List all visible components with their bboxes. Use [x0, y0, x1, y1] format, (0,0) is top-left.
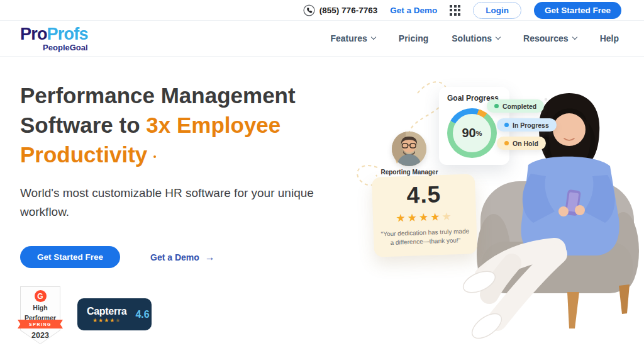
- hero-cta-row: Get Started Free Get a Demo →: [20, 246, 353, 268]
- nav-item-solutions[interactable]: Solutions: [452, 33, 500, 43]
- proprofs-logo[interactable]: ProProfs PeopleGoal: [20, 26, 88, 52]
- g2-high-performer-badge: G High Performer SPRING 2023: [20, 286, 60, 344]
- hero-subtitle: World's most customizable HR software fo…: [20, 184, 335, 222]
- goal-percent: 90: [462, 126, 475, 140]
- chair-leg-front: [567, 292, 579, 328]
- capterra-stars: ★★★★★: [92, 317, 121, 323]
- nav-menu: Features Pricing Solutions Resources Hel…: [330, 33, 619, 43]
- reporting-manager-label: Reporting Manager: [365, 169, 454, 176]
- reporting-manager-avatar: [392, 132, 426, 166]
- legend-pill-completed: Completed: [487, 99, 544, 113]
- legend-pill-in-progress: In Progress: [497, 118, 557, 132]
- logo-subbrand: PeopleGoal: [20, 43, 88, 52]
- phone-icon: [303, 4, 315, 16]
- rating-quote: "Your dedication has truly made a differ…: [374, 227, 477, 248]
- get-a-demo-link[interactable]: Get a Demo →: [150, 252, 215, 263]
- phone-number: (855) 776-7763: [319, 6, 377, 15]
- g2-season-ribbon: SPRING: [18, 320, 63, 328]
- get-started-free-button[interactable]: Get Started Free: [20, 246, 120, 268]
- legend-dot-on-hold: [504, 141, 509, 145]
- capterra-wordmark: Capterra: [87, 306, 126, 317]
- award-badges-row: G High Performer SPRING 2023 Capterra ★★…: [20, 286, 353, 344]
- phone-link[interactable]: (855) 776-7763: [303, 4, 377, 16]
- main-navbar: ProProfs PeopleGoal Features Pricing Sol…: [0, 21, 644, 57]
- logo-wordmark: ProProfs: [20, 26, 88, 43]
- chevron-down-icon: [496, 35, 501, 40]
- top-utility-bar: (855) 776-7763 Get a Demo Login Get Star…: [0, 0, 644, 21]
- login-button[interactable]: Login: [473, 2, 521, 19]
- legend-dot-in-progress: [504, 123, 509, 127]
- half-star-icon: ★: [115, 317, 121, 323]
- hero-illustration: Goal Progress 90% Completed In Progress …: [347, 60, 644, 348]
- chevron-down-icon: [572, 35, 577, 40]
- chevron-down-icon: [371, 35, 376, 40]
- nav-item-help[interactable]: Help: [600, 33, 619, 43]
- capterra-score: 4.6: [135, 309, 149, 320]
- capterra-text-block: Capterra ★★★★★: [87, 306, 126, 323]
- topbar-get-demo-link[interactable]: Get a Demo: [390, 6, 437, 15]
- rating-stars: ★★★★★: [373, 209, 477, 226]
- title-accent-dot: [153, 155, 156, 158]
- goal-percent-sign: %: [476, 130, 482, 137]
- avatar-portrait: [392, 132, 426, 166]
- legend-pill-on-hold: On Hold: [497, 137, 546, 150]
- page-title: Performance Management Software to 3x Em…: [20, 81, 353, 169]
- rating-card: 4.5 ★★★★★ "Your dedication has truly mad…: [372, 174, 477, 257]
- arrow-right-icon: →: [205, 252, 215, 263]
- nav-item-features[interactable]: Features: [330, 33, 375, 43]
- legend-dot-completed: [494, 104, 499, 108]
- g2-award-line1: High: [33, 304, 47, 312]
- nav-item-pricing[interactable]: Pricing: [399, 33, 428, 43]
- topbar-get-started-button[interactable]: Get Started Free: [534, 2, 621, 19]
- goal-donut-chart: 90%: [447, 108, 497, 158]
- g2-year: 2023: [20, 331, 60, 340]
- g2-logo-icon: G: [35, 290, 47, 302]
- hero-section: Performance Management Software to 3x Em…: [20, 81, 353, 344]
- chair-leg-right: [619, 284, 630, 314]
- half-star-icon: ★: [441, 210, 453, 223]
- rating-score: 4.5: [372, 180, 475, 210]
- nav-item-resources[interactable]: Resources: [523, 33, 577, 43]
- apps-grid-icon[interactable]: [450, 5, 460, 16]
- capterra-rating-badge: Capterra ★★★★★ 4.6: [77, 298, 152, 330]
- goal-donut-center: 90%: [453, 114, 491, 152]
